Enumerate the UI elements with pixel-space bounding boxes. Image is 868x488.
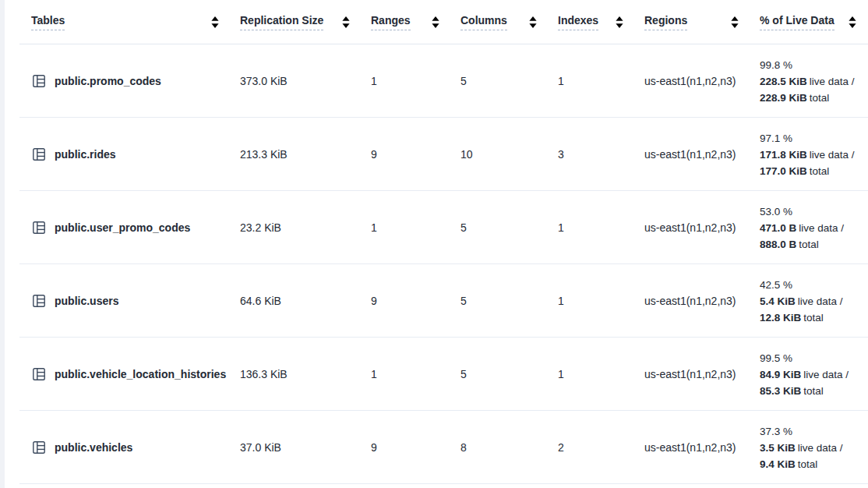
column-header-columns[interactable]: Columns bbox=[451, 14, 549, 30]
table-row: public.rides 213.3 KiB 9 10 3 us-east1(n… bbox=[5, 118, 868, 191]
sort-arrows-icon bbox=[616, 16, 623, 28]
tables-list-table: Tables Replication Size Ranges Columns I… bbox=[5, 0, 868, 484]
live-data-size-line: 5.4 KiBlive data / bbox=[760, 293, 868, 309]
ranges-cell: 1 bbox=[362, 366, 451, 382]
total-size-line: 177.0 KiBtotal bbox=[760, 163, 868, 179]
live-data-percent: 99.8 % bbox=[760, 57, 868, 73]
replication-size-cell: 37.0 KiB bbox=[231, 440, 362, 455]
table-row: public.promo_codes 373.0 KiB 1 5 1 us-ea… bbox=[5, 44, 868, 118]
live-data-cell: 42.5 % 5.4 KiBlive data / 12.8 KiBtotal bbox=[750, 277, 868, 326]
sort-arrows-icon bbox=[849, 16, 856, 28]
columns-cell: 10 bbox=[451, 147, 549, 162]
indexes-cell: 3 bbox=[549, 147, 635, 162]
live-data-cell: 53.0 % 471.0 Blive data / 888.0 Btotal bbox=[750, 203, 868, 253]
column-header-label: Tables bbox=[31, 14, 65, 30]
table-name-cell: public.user_promo_codes bbox=[22, 220, 231, 235]
table-icon bbox=[31, 220, 47, 235]
sort-arrows-icon bbox=[731, 16, 739, 28]
indexes-cell: 1 bbox=[549, 293, 635, 309]
live-data-size-line: 171.8 KiBlive data / bbox=[760, 147, 868, 163]
live-data-size-line: 228.5 KiBlive data / bbox=[760, 73, 868, 90]
column-header-label: Ranges bbox=[371, 14, 411, 30]
regions-cell: us-east1(n1,n2,n3) bbox=[635, 440, 750, 455]
table-icon bbox=[31, 440, 47, 455]
columns-cell: 5 bbox=[451, 73, 549, 89]
ranges-cell: 1 bbox=[362, 220, 451, 235]
table-icon bbox=[31, 147, 47, 162]
table-icon bbox=[31, 366, 47, 382]
live-data-cell: 37.3 % 3.5 KiBlive data / 9.4 KiBtotal bbox=[750, 423, 868, 472]
total-size-line: 228.9 KiBtotal bbox=[760, 90, 868, 106]
replication-size-cell: 136.3 KiB bbox=[231, 366, 362, 382]
columns-cell: 5 bbox=[451, 220, 549, 235]
regions-cell: us-east1(n1,n2,n3) bbox=[635, 147, 750, 162]
table-name-link[interactable]: public.vehicles bbox=[55, 440, 132, 455]
table-name-cell: public.promo_codes bbox=[22, 73, 231, 89]
table-icon bbox=[31, 73, 47, 89]
regions-cell: us-east1(n1,n2,n3) bbox=[635, 366, 750, 382]
regions-cell: us-east1(n1,n2,n3) bbox=[635, 220, 750, 235]
column-header-label: Columns bbox=[460, 14, 507, 30]
ranges-cell: 9 bbox=[362, 147, 451, 162]
sort-arrows-icon bbox=[211, 16, 219, 28]
sort-arrows-icon bbox=[342, 16, 350, 28]
replication-size-cell: 373.0 KiB bbox=[231, 73, 362, 89]
table-icon bbox=[31, 293, 47, 309]
live-data-percent: 53.0 % bbox=[760, 203, 868, 220]
sort-arrows-icon bbox=[432, 16, 439, 28]
live-data-size-line: 84.9 KiBlive data / bbox=[760, 366, 868, 383]
column-header-label: Indexes bbox=[558, 14, 598, 30]
table-name-cell: public.vehicles bbox=[22, 440, 231, 455]
indexes-cell: 1 bbox=[549, 220, 635, 235]
column-header-label: Regions bbox=[644, 14, 687, 30]
sort-arrows-icon bbox=[529, 16, 537, 28]
indexes-cell: 2 bbox=[549, 440, 635, 455]
table-name-link[interactable]: public.vehicle_location_histories bbox=[55, 366, 226, 382]
columns-cell: 8 bbox=[451, 440, 549, 455]
live-data-size-line: 471.0 Blive data / bbox=[760, 220, 868, 236]
replication-size-cell: 23.2 KiB bbox=[231, 220, 362, 235]
column-header-percent-of-live-data[interactable]: % of Live Data bbox=[750, 14, 868, 30]
indexes-cell: 1 bbox=[549, 366, 635, 382]
table-row: public.user_promo_codes 23.2 KiB 1 5 1 u… bbox=[5, 191, 868, 264]
column-header-replication-size[interactable]: Replication Size bbox=[231, 14, 362, 30]
regions-cell: us-east1(n1,n2,n3) bbox=[635, 293, 750, 309]
table-name-link[interactable]: public.user_promo_codes bbox=[55, 220, 190, 235]
total-size-line: 85.3 KiBtotal bbox=[760, 383, 868, 399]
table-row: public.vehicle_location_histories 136.3 … bbox=[5, 338, 868, 411]
columns-cell: 5 bbox=[451, 293, 549, 309]
live-data-cell: 99.8 % 228.5 KiBlive data / 228.9 KiBtot… bbox=[750, 57, 868, 106]
column-header-regions[interactable]: Regions bbox=[635, 14, 750, 30]
table-name-link[interactable]: public.promo_codes bbox=[55, 73, 161, 89]
total-size-line: 888.0 Btotal bbox=[760, 236, 868, 253]
column-header-ranges[interactable]: Ranges bbox=[362, 14, 451, 30]
table-name-link[interactable]: public.rides bbox=[55, 147, 116, 162]
ranges-cell: 9 bbox=[362, 440, 451, 455]
live-data-percent: 97.1 % bbox=[760, 130, 868, 147]
live-data-percent: 99.5 % bbox=[760, 350, 868, 366]
table-row: public.users 64.6 KiB 9 5 1 us-east1(n1,… bbox=[5, 264, 868, 338]
live-data-size-line: 3.5 KiBlive data / bbox=[760, 440, 868, 456]
column-header-indexes[interactable]: Indexes bbox=[549, 14, 635, 30]
table-header-row: Tables Replication Size Ranges Columns I… bbox=[5, 0, 868, 44]
live-data-percent: 37.3 % bbox=[760, 423, 868, 440]
table-name-cell: public.vehicle_location_histories bbox=[22, 366, 231, 382]
column-header-tables[interactable]: Tables bbox=[22, 14, 231, 30]
total-size-line: 12.8 KiBtotal bbox=[760, 309, 868, 326]
table-name-cell: public.rides bbox=[22, 147, 231, 162]
replication-size-cell: 64.6 KiB bbox=[231, 293, 362, 309]
total-size-line: 9.4 KiBtotal bbox=[760, 456, 868, 472]
table-row: public.vehicles 37.0 KiB 9 8 2 us-east1(… bbox=[5, 411, 868, 484]
columns-cell: 5 bbox=[451, 366, 549, 382]
live-data-cell: 99.5 % 84.9 KiBlive data / 85.3 KiBtotal bbox=[750, 350, 868, 399]
ranges-cell: 9 bbox=[362, 293, 451, 309]
indexes-cell: 1 bbox=[549, 73, 635, 89]
replication-size-cell: 213.3 KiB bbox=[231, 147, 362, 162]
table-name-link[interactable]: public.users bbox=[55, 293, 118, 309]
live-data-percent: 42.5 % bbox=[760, 277, 868, 293]
column-header-label: Replication Size bbox=[240, 14, 323, 30]
table-name-cell: public.users bbox=[22, 293, 231, 309]
live-data-cell: 97.1 % 171.8 KiBlive data / 177.0 KiBtot… bbox=[750, 130, 868, 179]
regions-cell: us-east1(n1,n2,n3) bbox=[635, 73, 750, 89]
column-header-label: % of Live Data bbox=[760, 14, 834, 30]
